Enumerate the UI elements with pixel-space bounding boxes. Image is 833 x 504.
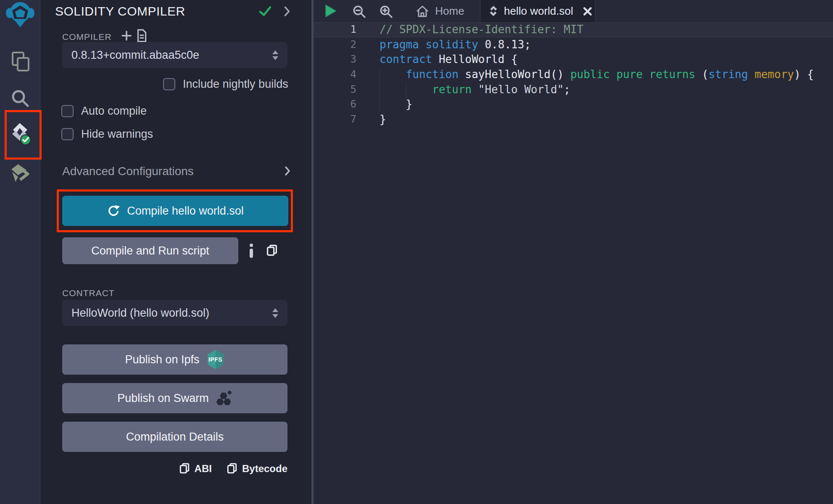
copy-icon	[226, 463, 238, 475]
editor-region: Home hello world.sol 1// SPDX-Lice	[311, 0, 833, 504]
code-text: return "Hello World";	[380, 82, 570, 97]
compile-button[interactable]: Compile hello world.sol	[62, 196, 288, 226]
contract-select[interactable]: HelloWorld (hello world.sol)	[62, 300, 287, 326]
compilation-details-button[interactable]: Compilation Details	[62, 422, 287, 452]
code-text: }	[380, 97, 412, 112]
code-editor[interactable]: 1// SPDX-License-Identifier: MIT2pragma …	[314, 22, 833, 504]
tab-home[interactable]: Home	[400, 0, 480, 22]
publish-swarm-button[interactable]: Publish on Swarm	[62, 383, 287, 413]
code-line[interactable]: 1// SPDX-License-Identifier: MIT	[314, 22, 833, 37]
indent-guide	[406, 82, 406, 112]
remix-ide: SOLIDITY COMPILER COMPILER 0.8.13+commit…	[0, 0, 833, 504]
code-text: function sayHelloWorld() public pure ret…	[380, 67, 814, 82]
zoom-out-button[interactable]	[352, 5, 366, 19]
solidity-compiler-icon	[8, 121, 32, 149]
code-text: contract HelloWorld {	[380, 52, 518, 67]
sidebar-item-deploy-run[interactable]	[0, 162, 40, 186]
line-number: 3	[314, 52, 356, 67]
deploy-run-icon	[9, 163, 32, 185]
auto-compile-checkbox[interactable]	[61, 105, 74, 117]
code-text: pragma solidity 0.8.13;	[380, 37, 531, 52]
code-text: // SPDX-License-Identifier: MIT	[380, 22, 583, 37]
copy-artifacts-row: ABI Bytecode	[40, 463, 287, 475]
compilation-details-label: Compilation Details	[126, 430, 224, 444]
abi-label: ABI	[195, 463, 212, 475]
sidebar-item-file-explorer[interactable]	[0, 50, 40, 74]
contract-section-label: CONTRACT	[62, 288, 115, 298]
remix-logo-button[interactable]	[0, 2, 40, 29]
add-custom-compiler-icon[interactable]	[121, 30, 132, 43]
editor-tab-strip: Home hello world.sol	[314, 0, 833, 22]
code-line[interactable]: 2pragma solidity 0.8.13;	[314, 37, 833, 52]
ipfs-badge-text: IPFS	[208, 356, 222, 363]
copy-icon	[179, 463, 190, 475]
compiler-section-label: COMPILER	[62, 32, 112, 42]
publish-ipfs-label: Publish on Ipfs	[125, 353, 199, 366]
compiler-version-value: 0.8.13+commit.abaa5c0e	[71, 49, 272, 62]
publish-swarm-label: Publish on Swarm	[117, 392, 209, 405]
bytecode-label: Bytecode	[242, 463, 287, 475]
code-line[interactable]: 4 function sayHelloWorld() public pure r…	[314, 67, 833, 82]
advanced-configurations-chevron-icon[interactable]	[284, 166, 291, 177]
close-tab-icon[interactable]	[583, 6, 593, 16]
select-spinner-icon	[272, 308, 278, 318]
code-line[interactable]: 3contract HelloWorld {	[314, 52, 833, 67]
nightly-builds-checkbox[interactable]	[163, 78, 175, 90]
tab-hello-world-sol[interactable]: hello world.sol	[480, 0, 596, 22]
info-icon[interactable]	[249, 244, 254, 260]
code-text: }	[380, 112, 386, 127]
copy-abi-button[interactable]: ABI	[179, 463, 212, 475]
nightly-builds-label: Include nightly builds	[183, 78, 288, 91]
hide-warnings-checkbox[interactable]	[61, 128, 74, 140]
line-number: 6	[314, 97, 356, 112]
sidebar-item-solidity-compiler[interactable]	[0, 122, 40, 149]
solidity-compiler-panel: SOLIDITY COMPILER COMPILER 0.8.13+commit…	[40, 0, 311, 504]
compile-button-label: Compile hello world.sol	[127, 205, 244, 218]
solidity-file-icon	[488, 5, 499, 18]
icon-sidebar	[0, 0, 40, 504]
nightly-builds-row: Include nightly builds	[163, 78, 288, 91]
line-number: 7	[314, 112, 356, 127]
compile-and-run-button[interactable]: Compile and Run script	[62, 237, 238, 264]
tab-hello-world-sol-label: hello world.sol	[504, 5, 573, 18]
search-icon	[10, 88, 31, 110]
swarm-icon	[216, 390, 232, 406]
compile-and-run-label: Compile and Run script	[91, 244, 209, 257]
line-number: 4	[314, 67, 356, 82]
code-line[interactable]: 7}	[314, 112, 833, 127]
sidebar-item-search[interactable]	[0, 87, 40, 111]
file-explorer-icon	[9, 50, 31, 74]
advanced-configurations-link[interactable]: Advanced Configurations	[62, 165, 194, 178]
code-line[interactable]: 6 }	[314, 97, 833, 112]
hide-warnings-row: Hide warnings	[61, 128, 153, 141]
auto-compile-row: Auto compile	[61, 105, 147, 118]
line-number: 5	[314, 82, 356, 97]
hide-warnings-label: Hide warnings	[81, 128, 153, 141]
line-number: 1	[314, 22, 356, 37]
indent-guide	[380, 67, 380, 112]
code-line[interactable]: 5 return "Hello World";	[314, 82, 833, 97]
auto-compile-label: Auto compile	[81, 105, 147, 118]
select-spinner-icon	[272, 50, 278, 60]
panel-title: SOLIDITY COMPILER	[55, 4, 185, 18]
compile-success-check-icon	[259, 5, 271, 19]
contract-select-value: HelloWorld (hello world.sol)	[71, 307, 272, 320]
compiler-version-select[interactable]: 0.8.13+commit.abaa5c0e	[62, 42, 287, 68]
zoom-in-button[interactable]	[379, 5, 393, 19]
remix-logo-icon	[5, 1, 36, 30]
line-number: 2	[314, 37, 356, 52]
tab-home-label: Home	[435, 5, 464, 18]
copy-bytecode-button[interactable]: Bytecode	[226, 463, 287, 475]
publish-ipfs-button[interactable]: Publish on Ipfs IPFS	[62, 344, 287, 375]
copy-run-script-icon[interactable]	[266, 244, 278, 259]
ipfs-icon: IPFS	[206, 349, 225, 370]
panel-collapse-chevron-icon[interactable]	[283, 6, 291, 18]
run-script-button[interactable]	[324, 4, 337, 18]
refresh-icon	[107, 204, 120, 218]
home-icon	[415, 5, 430, 18]
code-lines: 1// SPDX-License-Identifier: MIT2pragma …	[314, 22, 833, 127]
